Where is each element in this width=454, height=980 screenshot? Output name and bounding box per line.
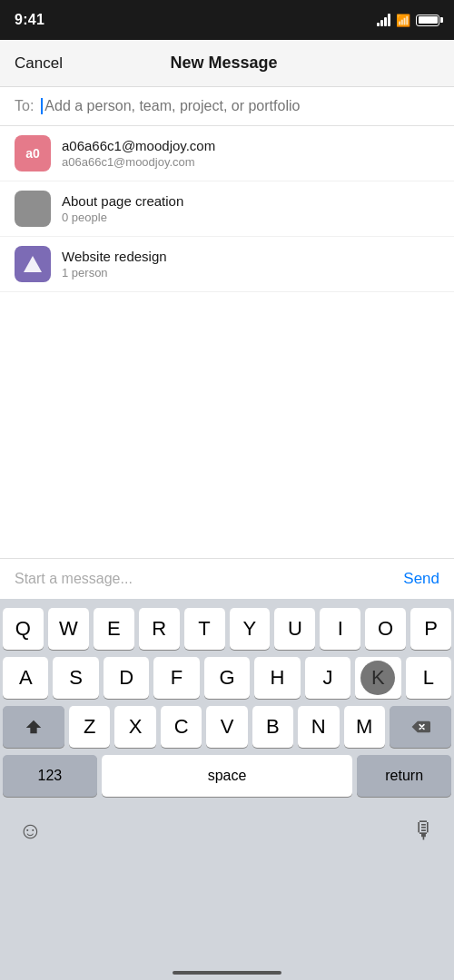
to-label: To: (15, 98, 34, 114)
text-cursor (41, 98, 43, 114)
return-key[interactable]: return (357, 755, 451, 797)
signal-icon (377, 14, 390, 26)
key-n[interactable]: N (298, 706, 339, 748)
svg-marker-0 (24, 256, 42, 272)
key-d[interactable]: D (104, 657, 149, 699)
space-key[interactable]: space (102, 755, 353, 797)
suggestion-name: a06a66c1@moodjoy.com (62, 138, 439, 153)
status-time: 9:41 (15, 12, 44, 28)
wifi-icon: 📶 (396, 14, 410, 27)
avatar (15, 191, 51, 227)
status-bar: 9:41 📶 (0, 0, 454, 40)
emoji-key[interactable]: ☺ (18, 817, 43, 845)
cancel-button[interactable]: Cancel (15, 54, 63, 73)
key-s[interactable]: S (53, 657, 98, 699)
key-v[interactable]: V (206, 706, 247, 748)
suggestion-name: Website redesign (62, 249, 439, 264)
key-x[interactable]: X (114, 706, 155, 748)
key-a[interactable]: A (3, 657, 48, 699)
key-c[interactable]: C (161, 706, 202, 748)
key-k[interactable]: K (355, 657, 400, 699)
message-placeholder: Start a message... (15, 571, 403, 587)
key-p[interactable]: P (410, 608, 451, 650)
key-b[interactable]: B (252, 706, 293, 748)
keyboard-rows: Q W E R T Y U I O P A S D F G H J K L (0, 599, 454, 809)
suggestion-sub: 1 person (62, 266, 439, 279)
keyboard-row-1: Q W E R T Y U I O P (3, 608, 451, 650)
numbers-key[interactable]: 123 (3, 755, 97, 797)
key-i[interactable]: I (320, 608, 360, 650)
keyboard-row-3: Z X C V B N M (3, 706, 451, 748)
status-icons: 📶 (377, 14, 439, 27)
suggestions-list: a0 a06a66c1@moodjoy.com a06a66c1@moodjoy… (0, 126, 454, 292)
key-y[interactable]: Y (230, 608, 271, 650)
key-g[interactable]: G (204, 657, 250, 699)
send-button[interactable]: Send (403, 570, 439, 588)
battery-icon (416, 15, 439, 26)
suggestion-sub: 0 people (62, 211, 439, 224)
key-l[interactable]: L (406, 657, 451, 699)
key-r[interactable]: R (139, 608, 180, 650)
keyboard-row-2: A S D F G H J K L (3, 657, 451, 699)
recipient-input[interactable] (44, 98, 439, 114)
home-indicator (173, 971, 281, 975)
suggestion-about-page[interactable]: About page creation 0 people (0, 181, 454, 237)
key-j[interactable]: J (305, 657, 350, 699)
to-field: To: (0, 87, 454, 126)
nav-bar: Cancel New Message (0, 40, 454, 87)
page-title: New Message (170, 54, 277, 73)
key-q[interactable]: Q (3, 608, 44, 650)
key-z[interactable]: Z (69, 706, 110, 748)
suggestion-name: About page creation (62, 193, 439, 209)
mic-key[interactable]: 🎙 (412, 817, 436, 845)
keyboard-extras-row: ☺ 🎙 (0, 809, 454, 859)
avatar (15, 246, 51, 282)
keyboard-row-4: 123 space return (3, 755, 451, 797)
keyboard: Q W E R T Y U I O P A S D F G H J K L (0, 599, 454, 980)
key-w[interactable]: W (48, 608, 89, 650)
shift-key[interactable] (3, 706, 64, 748)
delete-key[interactable] (390, 706, 451, 748)
suggestion-sub: a06a66c1@moodjoy.com (62, 155, 439, 169)
message-area: Start a message... Send (0, 558, 454, 599)
key-m[interactable]: M (344, 706, 385, 748)
key-t[interactable]: T (184, 608, 225, 650)
key-o[interactable]: O (365, 608, 406, 650)
key-e[interactable]: E (94, 608, 134, 650)
key-u[interactable]: U (274, 608, 315, 650)
avatar: a0 (15, 135, 51, 172)
suggestion-website-redesign[interactable]: Website redesign 1 person (0, 237, 454, 292)
key-f[interactable]: F (153, 657, 199, 699)
key-h[interactable]: H (254, 657, 300, 699)
suggestion-user-email[interactable]: a0 a06a66c1@moodjoy.com a06a66c1@moodjoy… (0, 126, 454, 181)
